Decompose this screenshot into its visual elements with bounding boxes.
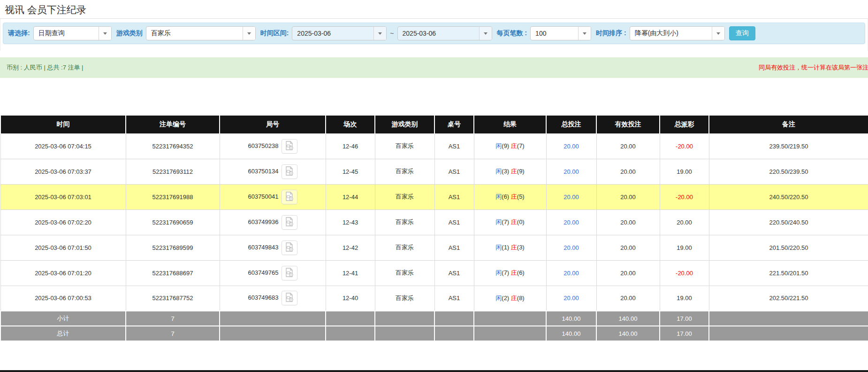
result-banker-label: 庄 [511, 269, 517, 276]
total-bet-link[interactable]: 20.00 [563, 294, 579, 302]
summary-valid-bet: 140.00 [596, 326, 660, 341]
total-bet-link[interactable]: 20.00 [563, 143, 579, 150]
video-replay-button[interactable] [282, 164, 297, 179]
total-bet-link[interactable]: 20.00 [563, 244, 579, 251]
cell-table-no: AS1 [434, 260, 474, 286]
column-header: 注单编号 [126, 116, 220, 133]
query-type-dropdown[interactable]: 日期查询 [33, 26, 112, 40]
video-replay-button[interactable] [282, 215, 297, 230]
cell-valid-bet: 20.00 [596, 159, 660, 184]
result-banker-label: 庄 [511, 142, 517, 149]
chevron-down-icon[interactable] [99, 27, 111, 40]
cell-game-type: 百家乐 [375, 159, 434, 184]
table-row: 2025-03-06 07:03:37522317693112603750134… [0, 159, 868, 184]
result-player-label: 闲 [495, 244, 502, 251]
per-page-dropdown[interactable]: 100 [530, 26, 591, 40]
summary-total-bet: 140.00 [546, 311, 596, 326]
query-button[interactable]: 查询 [729, 26, 755, 40]
chevron-down-icon[interactable] [578, 27, 591, 40]
result-player-label: 闲 [495, 218, 502, 225]
cell-game-type: 百家乐 [375, 209, 434, 235]
video-file-icon [284, 242, 295, 254]
per-page-value: 100 [531, 27, 578, 40]
select-type-label: 请选择: [8, 29, 30, 38]
column-header: 备注 [709, 116, 868, 133]
cell-round-id: 603749765 [220, 260, 326, 286]
total-bet-link[interactable]: 20.00 [563, 168, 579, 175]
round-id-text: 603750134 [248, 167, 278, 174]
result-banker-score: (0) [517, 218, 525, 225]
cell-time: 2025-03-06 07:01:50 [0, 235, 126, 260]
result-banker-label: 庄 [511, 294, 517, 302]
cell-time: 2025-03-06 07:00:53 [0, 286, 126, 311]
cell-time: 2025-03-06 07:02:20 [0, 209, 126, 235]
summary-empty [709, 326, 868, 341]
summary-empty [220, 311, 326, 326]
total-bet-link[interactable]: 20.00 [563, 194, 579, 201]
cell-round-id: 603749936 [220, 209, 326, 235]
cell-bet-id: 522317693112 [126, 159, 220, 184]
result-banker-score: (6) [517, 269, 525, 276]
chevron-down-icon[interactable] [479, 27, 492, 40]
summary-empty [220, 326, 326, 341]
result-player-score: (1) [502, 244, 509, 251]
date-from-picker[interactable]: 2025-03-06 [292, 26, 387, 40]
result-banker-label: 庄 [511, 244, 517, 251]
video-file-icon [284, 217, 295, 228]
column-header: 结果 [474, 116, 546, 133]
cell-payout: 19.00 [660, 159, 709, 184]
cell-bet-id: 522317690659 [126, 209, 220, 235]
round-id-text: 603749843 [248, 243, 278, 250]
cell-table-no: AS1 [434, 209, 474, 235]
video-replay-button[interactable] [282, 190, 297, 204]
chevron-down-icon[interactable] [373, 27, 386, 40]
cell-result: 闲(2) 庄(8) [474, 286, 546, 311]
cell-bet-id: 522317694352 [126, 133, 220, 159]
game-type-dropdown[interactable]: 百家乐 [146, 26, 256, 40]
date-to-picker[interactable]: 2025-03-06 [397, 26, 492, 40]
result-player-label: 闲 [495, 269, 502, 276]
cell-result: 闲(9) 庄(7) [474, 133, 546, 159]
time-range-label: 时间区间: [260, 29, 289, 38]
time-sort-dropdown[interactable]: 降幂(由大到小) [630, 26, 725, 40]
cell-game-type: 百家乐 [375, 235, 434, 260]
column-header: 桌号 [434, 116, 474, 133]
cell-session: 12-42 [326, 235, 375, 260]
cell-valid-bet: 20.00 [596, 286, 660, 311]
summary-payout: 17.00 [660, 326, 709, 341]
chevron-down-icon[interactable] [712, 27, 724, 40]
video-replay-button[interactable] [282, 266, 297, 280]
round-id-text: 603749683 [248, 294, 278, 301]
result-player-label: 闲 [495, 193, 502, 200]
result-banker-score: (8) [517, 294, 525, 302]
cell-total-bet: 20.00 [546, 159, 596, 184]
valid-bet-notice-text: 同局有效投注，统一计算在该局第一张注单 [759, 63, 868, 72]
video-file-icon [284, 191, 295, 203]
summary-empty [474, 326, 546, 341]
summary-payout: 17.00 [660, 311, 709, 326]
chevron-down-icon[interactable] [243, 27, 255, 40]
total-bet-link[interactable]: 20.00 [563, 270, 579, 277]
video-replay-button[interactable] [282, 240, 297, 255]
video-replay-button[interactable] [282, 291, 297, 305]
video-file-icon [284, 166, 295, 178]
cell-round-id: 603749683 [220, 286, 326, 311]
cell-total-bet: 20.00 [546, 286, 596, 311]
summary-label: 小计 [0, 311, 126, 326]
table-row: 2025-03-06 07:04:15522317694352603750238… [0, 133, 868, 159]
cell-table-no: AS1 [434, 133, 474, 159]
cell-total-bet: 20.00 [546, 209, 596, 235]
cell-remark: 202.50/221.50 [709, 286, 868, 311]
cell-game-type: 百家乐 [375, 184, 434, 209]
summary-empty [326, 326, 375, 341]
video-replay-button[interactable] [282, 139, 297, 154]
total-bet-link[interactable]: 20.00 [563, 219, 579, 226]
round-id-text: 603750041 [248, 193, 278, 200]
cell-round-id: 603750238 [220, 133, 326, 159]
summary-empty [474, 311, 546, 326]
cell-game-type: 百家乐 [375, 260, 434, 286]
subtotal-row: 小计7140.00140.0017.00 [0, 311, 868, 326]
time-sort-label: 时间排序 : [596, 29, 626, 38]
column-header: 有效投注 [596, 116, 660, 133]
cell-remark: 220.50/239.50 [709, 159, 868, 184]
